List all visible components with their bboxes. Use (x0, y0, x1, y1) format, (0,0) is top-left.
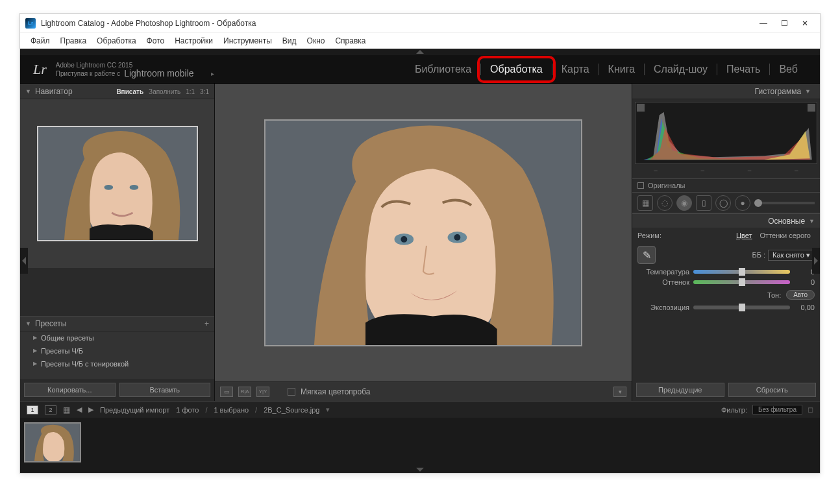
preset-folder[interactable]: ▶Пресеты Ч/Б с тонировкой (20, 357, 214, 370)
histogram[interactable] (635, 102, 817, 164)
exposure-slider[interactable] (693, 306, 790, 309)
softproof-label: Мягкая цветопроба (301, 387, 370, 396)
next-photo-icon[interactable]: ▶ (88, 405, 93, 414)
auto-tone-button[interactable]: Авто (786, 290, 815, 300)
right-panel: Гистограмма ▼ –––– (632, 84, 820, 401)
crop-tool-icon[interactable]: ▦ (637, 195, 653, 211)
menubar: Файл Правка Обработка Фото Настройки Инс… (20, 33, 820, 49)
nav-1to1[interactable]: 1:1 (186, 88, 195, 95)
treatment-row: Режим: Цвет Оттенки серого (632, 228, 820, 243)
gradient-tool-icon[interactable]: ▯ (696, 195, 711, 211)
nav-fill[interactable]: Заполнить (149, 88, 180, 95)
preset-folder[interactable]: ▶Пресеты Ч/Б (20, 344, 214, 357)
navigator-title: Навигатор (35, 87, 73, 96)
workspace: ▼ Навигатор Вписать Заполнить 1:1 3:1 (20, 84, 820, 401)
left-panel-toggle[interactable] (20, 248, 28, 274)
header-mobile-link[interactable]: Lightroom mobile (124, 69, 193, 78)
chevron-down-icon: ▼ (25, 320, 31, 327)
filmstrip[interactable] (20, 418, 820, 466)
nav-fit[interactable]: Вписать (116, 88, 143, 95)
menu-settings[interactable]: Настройки (171, 35, 217, 47)
treatment-color[interactable]: Цвет (732, 230, 756, 241)
right-panel-toggle[interactable] (812, 248, 820, 274)
redeye-tool-icon[interactable]: ◉ (676, 195, 692, 211)
source-label[interactable]: Предыдущий импорт (100, 406, 169, 414)
basic-header[interactable]: Основные▼ (632, 213, 820, 228)
nav-3to1[interactable]: 3:1 (200, 88, 209, 95)
wb-dropdown[interactable]: Как снято ▾ (768, 250, 815, 261)
portrait-image (266, 121, 581, 345)
prev-photo-icon[interactable]: ◀ (77, 405, 82, 414)
eyedropper-tool-icon[interactable]: ✎ (637, 246, 656, 264)
navigator-header[interactable]: ▼ Навигатор Вписать Заполнить 1:1 3:1 (20, 84, 214, 99)
brush-tool-icon[interactable]: ● (735, 195, 750, 211)
lr-logo: Lr (33, 61, 47, 78)
shadow-clip-icon[interactable] (637, 104, 645, 112)
module-develop[interactable]: Обработка (481, 61, 552, 78)
top-panel-toggle[interactable] (20, 49, 820, 55)
previous-button[interactable]: Предыдущие (636, 383, 724, 397)
menu-photo[interactable]: Фото (143, 35, 169, 47)
svg-point-3 (129, 185, 138, 190)
chevron-down-icon: ▼ (805, 88, 811, 95)
filter-label: Фильтр: (721, 406, 747, 414)
softproof-checkbox[interactable] (288, 388, 295, 396)
close-button[interactable]: ✕ (800, 19, 809, 28)
exposure-label: Экспозиция (637, 304, 689, 311)
filmstrip-thumbnail[interactable] (24, 422, 81, 462)
module-map[interactable]: Карта (552, 61, 599, 78)
navigator-preview[interactable] (20, 99, 214, 268)
module-print[interactable]: Печать (717, 61, 769, 78)
histogram-title: Гистограмма (755, 87, 801, 96)
menu-window[interactable]: Окно (303, 35, 329, 47)
before-after-tb-icon[interactable]: Y|Y (256, 387, 269, 397)
menu-tools[interactable]: Инструменты (219, 35, 276, 47)
presets-list: ▶Общие пресеты ▶Пресеты Ч/Б ▶Пресеты Ч/Б… (20, 331, 214, 379)
tone-label: Тон: (767, 291, 781, 299)
preset-folder[interactable]: ▶Общие пресеты (20, 331, 214, 344)
monitor-1-button[interactable]: 1 (27, 405, 38, 414)
grid-icon[interactable]: ▦ (63, 405, 70, 414)
minimize-button[interactable]: — (759, 19, 768, 28)
filter-lock-icon[interactable]: ◻ (808, 405, 813, 414)
play-icon[interactable]: ▸ (211, 69, 214, 78)
app-icon: Lr (25, 18, 36, 29)
loupe-view-icon[interactable]: ▭ (220, 387, 233, 397)
portrait-thumbnail (38, 127, 197, 240)
highlight-clip-icon[interactable] (808, 104, 815, 112)
menu-help[interactable]: Справка (331, 35, 369, 47)
spot-tool-icon[interactable]: ◌ (657, 195, 673, 211)
temp-label: Температура (637, 268, 689, 276)
menu-file[interactable]: Файл (27, 35, 54, 47)
filter-dropdown[interactable]: Без фильтра (752, 405, 802, 414)
bottom-panel-toggle[interactable] (20, 466, 820, 473)
originals-toggle[interactable]: Оригиналы (632, 178, 820, 193)
histogram-header[interactable]: Гистограмма ▼ (632, 84, 820, 99)
module-book[interactable]: Книга (599, 61, 644, 78)
tint-value[interactable]: 0 (794, 278, 815, 286)
reset-button[interactable]: Сбросить (728, 383, 817, 397)
tool-size-slider[interactable] (754, 202, 815, 204)
tint-slider[interactable] (693, 280, 790, 284)
presets-header[interactable]: ▼ Пресеты + (20, 316, 214, 331)
menu-edit[interactable]: Правка (56, 35, 91, 47)
module-library[interactable]: Библиотека (406, 61, 480, 78)
module-web[interactable]: Веб (770, 61, 807, 78)
module-slideshow[interactable]: Слайд-шоу (645, 61, 717, 78)
paste-button[interactable]: Вставить (119, 383, 211, 397)
monitor-2-button[interactable]: 2 (45, 405, 56, 414)
exposure-value[interactable]: 0,00 (794, 304, 815, 311)
temp-slider[interactable] (693, 270, 790, 274)
menu-develop[interactable]: Обработка (93, 35, 140, 47)
main-image (264, 119, 582, 346)
treatment-gray[interactable]: Оттенки серого (756, 230, 815, 241)
menu-view[interactable]: Вид (278, 35, 301, 47)
before-after-lr-icon[interactable]: R|A (238, 387, 251, 397)
maximize-button[interactable]: ☐ (780, 19, 789, 28)
radial-tool-icon[interactable]: ◯ (715, 195, 731, 211)
tool-strip: ▦ ◌ ◉ ▯ ◯ ● (632, 193, 820, 213)
toolbar-menu-icon[interactable]: ▾ (613, 387, 626, 397)
copy-button[interactable]: Копировать... (24, 383, 116, 397)
canvas[interactable] (215, 84, 632, 381)
add-preset-icon[interactable]: + (204, 319, 209, 328)
